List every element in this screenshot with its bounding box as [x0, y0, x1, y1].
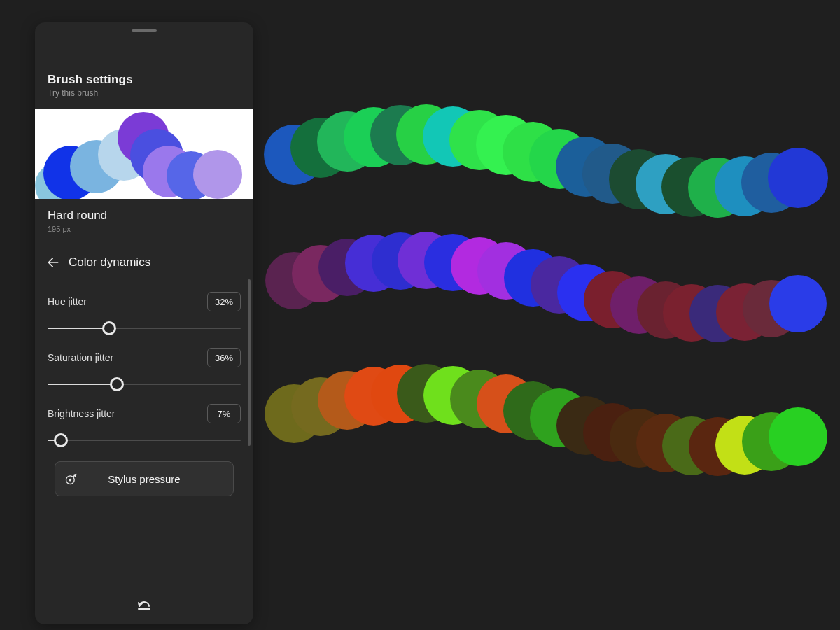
hue-jitter-slider[interactable] — [48, 321, 241, 335]
canvas-dot — [768, 148, 828, 208]
canvas-dot — [584, 271, 641, 328]
scrollbar[interactable] — [248, 279, 251, 446]
canvas-dot — [637, 281, 694, 339]
canvas-dot — [264, 125, 324, 185]
panel-subtitle: Try this brush — [48, 88, 241, 98]
canvas-dot — [396, 104, 456, 164]
canvas-dot — [609, 149, 669, 209]
section-title: Color dynamics — [69, 255, 150, 270]
canvas-dot — [290, 118, 351, 178]
preview-dot — [193, 150, 242, 199]
brightness-jitter-control: Brightness jitter 7% — [48, 404, 241, 447]
canvas-dot — [397, 364, 456, 423]
undo-icon — [136, 597, 153, 614]
canvas-dot — [449, 110, 510, 170]
hue-jitter-value[interactable]: 32% — [207, 292, 241, 312]
canvas-dot — [345, 234, 402, 292]
canvas-dot — [424, 366, 482, 425]
canvas-dot — [450, 370, 509, 428]
svg-point-1 — [69, 479, 72, 482]
canvas-dot — [318, 239, 376, 296]
canvas-dot — [424, 234, 482, 291]
canvas-dot — [372, 232, 429, 290]
canvas-dot — [743, 280, 800, 337]
back-button[interactable] — [43, 253, 63, 272]
panel-footer — [35, 587, 253, 624]
canvas-dot — [715, 156, 775, 216]
brightness-jitter-slider[interactable] — [48, 433, 241, 447]
canvas-dot — [265, 252, 323, 309]
canvas-dot — [690, 285, 747, 342]
brush-settings-panel: Brush settings Try this brush Hard round… — [35, 22, 253, 624]
canvas-dot — [477, 242, 535, 300]
canvas-dot — [292, 245, 349, 302]
hue-jitter-label: Hue jitter — [48, 296, 87, 307]
canvas-dot — [529, 129, 589, 189]
canvas-dot — [556, 396, 615, 455]
canvas-dot — [344, 367, 403, 426]
undo-button[interactable] — [136, 597, 153, 614]
canvas-dot — [371, 365, 430, 424]
saturation-jitter-value[interactable]: 36% — [207, 348, 241, 368]
canvas-dot — [636, 414, 695, 472]
canvas-dot — [741, 153, 802, 213]
saturation-jitter-label: Saturation jitter — [48, 352, 113, 363]
canvas-dot — [398, 232, 455, 289]
canvas-dot — [476, 115, 536, 175]
saturation-jitter-control: Saturation jitter 36% — [48, 348, 241, 391]
canvas-dot — [503, 382, 562, 440]
canvas-dot — [663, 284, 720, 342]
canvas-dot — [662, 157, 722, 217]
canvas-dot — [504, 249, 561, 307]
brush-name-block: Hard round 195 px — [35, 199, 253, 236]
canvas-dot — [583, 403, 642, 462]
stylus-pressure-button[interactable]: Stylus pressure — [55, 461, 234, 496]
canvas-dot — [344, 107, 404, 167]
canvas-dot — [742, 412, 801, 471]
canvas-dot — [769, 275, 827, 332]
canvas-dot — [662, 416, 721, 475]
canvas-dot — [530, 388, 589, 447]
canvas-dot — [715, 416, 774, 475]
canvas-dot — [610, 276, 668, 334]
brightness-jitter-value[interactable]: 7% — [207, 404, 241, 424]
canvas-dot — [531, 256, 588, 314]
arrow-left-icon — [46, 255, 60, 270]
controls-scroll-area: Hue jitter 32% Saturation jitter 36% — [35, 278, 253, 587]
canvas-dot — [636, 154, 696, 214]
canvas-dot — [769, 407, 827, 466]
canvas-dot — [610, 409, 668, 468]
brush-preview[interactable] — [35, 109, 253, 199]
section-header: Color dynamics — [35, 236, 253, 278]
stylus-pressure-label: Stylus pressure — [88, 473, 233, 485]
stylus-target-icon — [64, 472, 78, 486]
brush-size-label: 195 px — [48, 225, 241, 233]
canvas-dot — [265, 384, 323, 443]
panel-header: Brush settings Try this brush — [35, 32, 253, 102]
canvas-dot — [477, 374, 536, 433]
panel-title: Brush settings — [48, 73, 241, 87]
saturation-jitter-slider[interactable] — [48, 377, 241, 391]
canvas-dot — [557, 264, 615, 321]
canvas-dot — [716, 284, 774, 341]
canvas-dot — [291, 377, 350, 436]
canvas-dot — [503, 122, 563, 182]
canvas-dot — [451, 237, 508, 295]
canvas-dot — [423, 106, 483, 167]
canvas-dot — [318, 371, 377, 430]
canvas-dot — [689, 417, 748, 476]
canvas-dot — [370, 105, 430, 165]
canvas-dot — [582, 144, 643, 204]
canvas-dot — [688, 158, 748, 218]
brush-name: Hard round — [48, 209, 241, 223]
canvas-dot — [317, 111, 377, 172]
canvas-dot — [556, 136, 616, 197]
brightness-jitter-label: Brightness jitter — [48, 408, 115, 419]
hue-jitter-control: Hue jitter 32% — [48, 292, 241, 335]
